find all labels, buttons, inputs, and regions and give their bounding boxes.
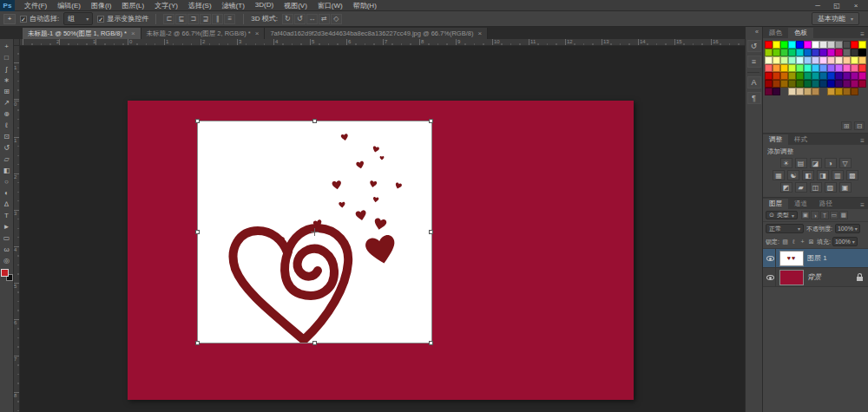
selective-color-icon[interactable]: ▣ (839, 182, 852, 193)
align-left-edges[interactable]: ⊏ (163, 14, 174, 24)
brightness-contrast-icon[interactable]: ☀ (780, 158, 792, 168)
color-swatch[interactable] (788, 49, 796, 56)
layer-filter-type-dropdown[interactable]: ⊙ 类型 ▾ (766, 211, 798, 219)
color-swatch[interactable] (804, 41, 812, 49)
transform-handle-top-center[interactable] (312, 119, 317, 123)
filter-shape-layers[interactable]: ▭ (830, 211, 838, 219)
color-swatch[interactable] (788, 41, 796, 49)
document-tab[interactable]: 未标题-2 @ 66.7%(图层 2, RGB/8) *× (141, 28, 266, 39)
blend-mode-dropdown[interactable]: 正常 ▾ (766, 224, 804, 233)
spot-healing-brush-tool[interactable]: ⊕ (1, 108, 13, 120)
lock-transparent-pixels[interactable]: ▨ (781, 238, 789, 246)
color-swatch[interactable] (843, 56, 851, 64)
show-transform-checkbox[interactable]: ✓ (97, 16, 104, 23)
color-swatch[interactable] (835, 49, 843, 56)
filter-pixel-layers[interactable]: ▣ (801, 211, 810, 219)
color-swatch[interactable] (765, 64, 773, 72)
tab-adjustments[interactable]: 调整 (763, 134, 788, 145)
transform-handle-bottom-right[interactable] (429, 341, 433, 345)
layer-name[interactable]: 背景 (807, 272, 853, 282)
menu-image[interactable]: 图像(I) (87, 0, 116, 11)
character-panel-icon[interactable]: A (747, 76, 761, 88)
tab-paths[interactable]: 路径 (813, 199, 838, 209)
color-swatch[interactable] (827, 72, 835, 80)
align-top-edges[interactable]: ⊒ (200, 14, 211, 24)
threshold-icon[interactable]: ◫ (810, 182, 822, 193)
color-swatch[interactable] (796, 80, 804, 88)
delete-swatch-button[interactable]: ⊟ (854, 121, 865, 130)
auto-select-checkbox[interactable]: ✓ (20, 16, 27, 23)
color-swatch[interactable] (819, 41, 827, 49)
menu-3d[interactable]: 3D(D) (251, 0, 278, 11)
color-swatch[interactable] (812, 72, 819, 80)
color-swatch[interactable] (835, 56, 843, 64)
color-swatch[interactable] (819, 49, 827, 56)
tab-swatches[interactable]: 色板 (788, 28, 813, 38)
transform-reference-point[interactable] (311, 228, 319, 236)
clone-stamp-tool[interactable]: ⊡ (1, 131, 13, 142)
color-swatch[interactable] (827, 64, 835, 72)
menu-edit[interactable]: 编辑(E) (53, 0, 85, 11)
color-swatch[interactable] (765, 41, 773, 49)
lock-position[interactable]: + (799, 238, 806, 246)
color-swatch[interactable] (851, 88, 858, 95)
3d-drag[interactable]: ↔ (306, 14, 318, 24)
menu-filter[interactable]: 滤镜(T) (218, 0, 249, 11)
canvas-viewport[interactable] (20, 46, 745, 412)
color-swatch[interactable] (851, 56, 858, 64)
blur-tool[interactable]: ○ (1, 176, 13, 187)
color-swatch[interactable] (796, 64, 804, 72)
color-swatch[interactable] (858, 64, 866, 72)
color-lookup-icon[interactable]: ▩ (846, 170, 858, 180)
color-swatch[interactable] (796, 72, 804, 80)
color-swatch[interactable] (780, 41, 788, 49)
color-swatch[interactable] (804, 49, 812, 56)
color-swatch[interactable] (780, 80, 788, 88)
align-horizontal-centers[interactable]: ⊑ (175, 14, 187, 24)
color-swatch[interactable] (819, 64, 827, 72)
color-swatch[interactable] (765, 72, 773, 80)
zoom-tool[interactable]: ◎ (1, 255, 13, 266)
tab-close-icon[interactable]: × (131, 29, 135, 37)
curves-icon[interactable]: ◪ (810, 158, 822, 168)
color-swatch[interactable] (773, 72, 780, 80)
color-swatch[interactable] (843, 41, 851, 49)
ruler-origin-corner[interactable] (14, 39, 20, 46)
3d-roll[interactable]: ↺ (294, 14, 306, 24)
tab-close-icon[interactable]: × (255, 29, 260, 37)
color-swatch[interactable] (812, 64, 819, 72)
color-swatch[interactable] (835, 64, 843, 72)
color-swatch[interactable] (835, 41, 843, 49)
color-swatch[interactable] (796, 49, 804, 56)
transform-handle-middle-left[interactable] (195, 230, 200, 234)
align-right-edges[interactable]: ⊐ (187, 14, 199, 24)
color-swatch[interactable] (812, 49, 819, 56)
color-swatch[interactable] (804, 80, 812, 88)
color-swatch[interactable] (804, 56, 812, 64)
panel-menu-icon[interactable]: ≡ (860, 30, 868, 38)
color-swatch[interactable] (804, 64, 812, 72)
menu-help[interactable]: 帮助(H) (349, 0, 381, 11)
transform-handle-top-right[interactable] (429, 119, 433, 123)
eraser-tool[interactable]: ▱ (1, 154, 13, 165)
color-swatch[interactable] (858, 80, 866, 88)
color-swatch[interactable] (812, 56, 819, 64)
layer-thumbnail[interactable] (779, 270, 804, 285)
layer-row[interactable]: ♥♥图层 1 (763, 249, 868, 268)
align-vertical-centers[interactable]: ∥ (212, 14, 223, 24)
lock-all[interactable]: ⊠ (807, 238, 815, 246)
color-swatch[interactable] (773, 80, 780, 88)
color-swatch[interactable] (796, 41, 804, 49)
panel-menu-icon[interactable]: ≡ (860, 137, 868, 145)
auto-select-target-dropdown[interactable]: 组 ▾ (63, 12, 93, 25)
color-swatch[interactable] (812, 41, 819, 49)
foreground-color-swatch[interactable] (1, 269, 9, 277)
posterize-icon[interactable]: ▰ (795, 182, 807, 193)
color-swatch[interactable] (827, 49, 835, 56)
color-swatch[interactable] (851, 41, 858, 49)
layer-visibility-toggle[interactable] (765, 268, 776, 286)
color-swatch[interactable] (796, 88, 804, 95)
paragraph-panel-icon[interactable]: ¶ (747, 92, 761, 104)
color-swatch[interactable] (843, 88, 851, 95)
crop-tool[interactable]: ⊞ (1, 86, 13, 97)
